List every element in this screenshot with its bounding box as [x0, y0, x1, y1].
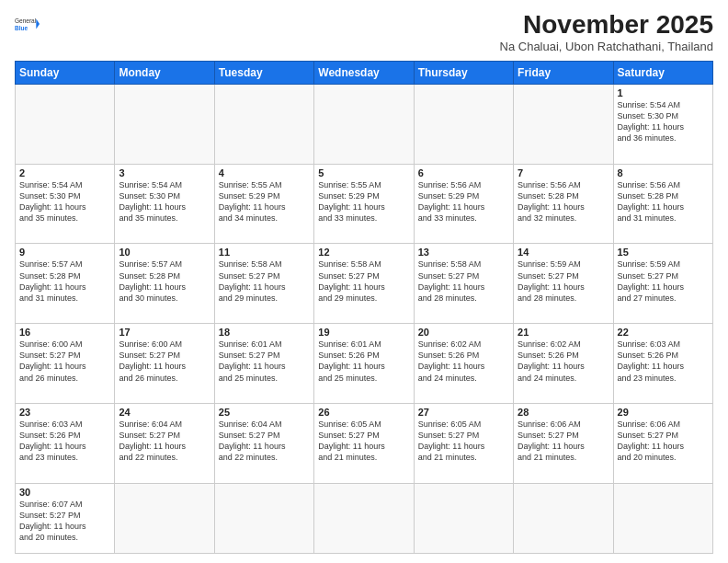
day-number: 16: [19, 327, 110, 338]
svg-text:Blue: Blue: [15, 25, 28, 31]
calendar-cell: 28Sunrise: 6:06 AM Sunset: 5:27 PM Dayli…: [514, 403, 613, 483]
day-number: 20: [418, 327, 509, 338]
calendar-cell: 10Sunrise: 5:57 AM Sunset: 5:28 PM Dayli…: [115, 244, 214, 324]
day-info: Sunrise: 6:00 AM Sunset: 5:27 PM Dayligh…: [119, 339, 210, 384]
calendar-cell: [613, 483, 712, 553]
calendar-cell: [514, 483, 613, 553]
calendar-cell: 12Sunrise: 5:58 AM Sunset: 5:27 PM Dayli…: [314, 244, 414, 324]
svg-text:General: General: [15, 17, 37, 24]
weekday-header-thursday: Thursday: [414, 61, 513, 84]
calendar-cell: 30Sunrise: 6:07 AM Sunset: 5:27 PM Dayli…: [16, 483, 115, 553]
day-number: 22: [618, 327, 709, 338]
calendar-cell: 25Sunrise: 6:04 AM Sunset: 5:27 PM Dayli…: [214, 403, 313, 483]
day-info: Sunrise: 5:56 AM Sunset: 5:28 PM Dayligh…: [518, 179, 609, 224]
day-number: 28: [518, 407, 609, 418]
calendar-cell: 6Sunrise: 5:56 AM Sunset: 5:29 PM Daylig…: [414, 164, 513, 244]
day-info: Sunrise: 6:03 AM Sunset: 5:26 PM Dayligh…: [618, 339, 709, 384]
calendar-cell: 15Sunrise: 5:59 AM Sunset: 5:27 PM Dayli…: [613, 244, 712, 324]
day-number: 4: [219, 167, 310, 178]
calendar-cell: 3Sunrise: 5:54 AM Sunset: 5:30 PM Daylig…: [115, 164, 214, 244]
weekday-header-wednesday: Wednesday: [314, 61, 414, 84]
day-info: Sunrise: 5:58 AM Sunset: 5:27 PM Dayligh…: [418, 259, 509, 304]
day-number: 5: [318, 167, 409, 178]
day-info: Sunrise: 6:01 AM Sunset: 5:27 PM Dayligh…: [219, 339, 310, 384]
day-number: 26: [318, 407, 409, 418]
day-info: Sunrise: 6:05 AM Sunset: 5:27 PM Dayligh…: [418, 419, 509, 464]
day-number: 17: [119, 327, 210, 338]
calendar-cell: 26Sunrise: 6:05 AM Sunset: 5:27 PM Dayli…: [314, 403, 414, 483]
calendar-cell: 5Sunrise: 5:55 AM Sunset: 5:29 PM Daylig…: [314, 164, 414, 244]
day-info: Sunrise: 5:59 AM Sunset: 5:27 PM Dayligh…: [518, 259, 609, 304]
day-info: Sunrise: 5:55 AM Sunset: 5:29 PM Dayligh…: [318, 179, 409, 224]
calendar-cell: 8Sunrise: 5:56 AM Sunset: 5:28 PM Daylig…: [613, 164, 712, 244]
calendar-cell: 23Sunrise: 6:03 AM Sunset: 5:26 PM Dayli…: [16, 403, 115, 483]
calendar-cell: [214, 84, 313, 164]
day-number: 8: [618, 167, 709, 178]
day-info: Sunrise: 6:06 AM Sunset: 5:27 PM Dayligh…: [618, 419, 709, 464]
weekday-header-sunday: Sunday: [16, 61, 115, 84]
calendar-cell: [115, 483, 214, 553]
calendar-cell: 29Sunrise: 6:06 AM Sunset: 5:27 PM Dayli…: [613, 403, 712, 483]
calendar-cell: 9Sunrise: 5:57 AM Sunset: 5:28 PM Daylig…: [16, 244, 115, 324]
day-info: Sunrise: 6:00 AM Sunset: 5:27 PM Dayligh…: [19, 339, 110, 384]
calendar-cell: [115, 84, 214, 164]
day-number: 2: [19, 167, 110, 178]
day-info: Sunrise: 5:57 AM Sunset: 5:28 PM Dayligh…: [19, 259, 110, 304]
day-number: 6: [418, 167, 509, 178]
day-info: Sunrise: 6:06 AM Sunset: 5:27 PM Dayligh…: [518, 419, 609, 464]
weekday-header-tuesday: Tuesday: [214, 61, 313, 84]
day-info: Sunrise: 5:54 AM Sunset: 5:30 PM Dayligh…: [618, 99, 709, 144]
location: Na Chaluai, Ubon Ratchathani, Thailand: [500, 40, 713, 53]
day-number: 21: [518, 327, 609, 338]
weekday-header-monday: Monday: [115, 61, 214, 84]
day-number: 27: [418, 407, 509, 418]
logo: GeneralBlue: [15, 11, 40, 37]
calendar-cell: 27Sunrise: 6:05 AM Sunset: 5:27 PM Dayli…: [414, 403, 513, 483]
day-info: Sunrise: 5:54 AM Sunset: 5:30 PM Dayligh…: [19, 179, 110, 224]
calendar-cell: [16, 84, 115, 164]
day-number: 24: [119, 407, 210, 418]
calendar-cell: [414, 483, 513, 553]
calendar-cell: 24Sunrise: 6:04 AM Sunset: 5:27 PM Dayli…: [115, 403, 214, 483]
calendar-cell: 22Sunrise: 6:03 AM Sunset: 5:26 PM Dayli…: [613, 324, 712, 404]
day-info: Sunrise: 6:01 AM Sunset: 5:26 PM Dayligh…: [318, 339, 409, 384]
day-info: Sunrise: 5:59 AM Sunset: 5:27 PM Dayligh…: [618, 259, 709, 304]
calendar-cell: 13Sunrise: 5:58 AM Sunset: 5:27 PM Dayli…: [414, 244, 513, 324]
weekday-header-saturday: Saturday: [613, 61, 712, 84]
week-row-6: 30Sunrise: 6:07 AM Sunset: 5:27 PM Dayli…: [16, 483, 713, 553]
day-info: Sunrise: 5:57 AM Sunset: 5:28 PM Dayligh…: [119, 259, 210, 304]
day-info: Sunrise: 5:58 AM Sunset: 5:27 PM Dayligh…: [219, 259, 310, 304]
calendar-table: SundayMondayTuesdayWednesdayThursdayFrid…: [15, 61, 713, 554]
day-info: Sunrise: 6:04 AM Sunset: 5:27 PM Dayligh…: [219, 419, 310, 464]
header: GeneralBlue November 2025 Na Chaluai, Ub…: [15, 11, 713, 53]
calendar-cell: 11Sunrise: 5:58 AM Sunset: 5:27 PM Dayli…: [214, 244, 313, 324]
calendar-cell: [214, 483, 313, 553]
calendar-cell: [314, 84, 414, 164]
calendar-cell: 20Sunrise: 6:02 AM Sunset: 5:26 PM Dayli…: [414, 324, 513, 404]
day-number: 13: [418, 247, 509, 258]
weekday-header-row: SundayMondayTuesdayWednesdayThursdayFrid…: [16, 61, 713, 84]
day-number: 19: [318, 327, 409, 338]
day-number: 18: [219, 327, 310, 338]
day-info: Sunrise: 5:56 AM Sunset: 5:28 PM Dayligh…: [618, 179, 709, 224]
week-row-2: 2Sunrise: 5:54 AM Sunset: 5:30 PM Daylig…: [16, 164, 713, 244]
title-section: November 2025 Na Chaluai, Ubon Ratchatha…: [500, 11, 713, 53]
calendar-cell: 7Sunrise: 5:56 AM Sunset: 5:28 PM Daylig…: [514, 164, 613, 244]
calendar-cell: 17Sunrise: 6:00 AM Sunset: 5:27 PM Dayli…: [115, 324, 214, 404]
day-number: 11: [219, 247, 310, 258]
day-number: 29: [618, 407, 709, 418]
day-number: 30: [19, 487, 110, 498]
day-info: Sunrise: 6:02 AM Sunset: 5:26 PM Dayligh…: [418, 339, 509, 384]
svg-marker-2: [36, 18, 40, 29]
day-number: 14: [518, 247, 609, 258]
weekday-header-friday: Friday: [514, 61, 613, 84]
calendar-cell: [514, 84, 613, 164]
day-number: 23: [19, 407, 110, 418]
day-number: 1: [618, 87, 709, 98]
calendar-cell: 21Sunrise: 6:02 AM Sunset: 5:26 PM Dayli…: [514, 324, 613, 404]
day-number: 3: [119, 167, 210, 178]
page: GeneralBlue November 2025 Na Chaluai, Ub…: [0, 0, 728, 563]
day-info: Sunrise: 5:54 AM Sunset: 5:30 PM Dayligh…: [119, 179, 210, 224]
day-info: Sunrise: 6:07 AM Sunset: 5:27 PM Dayligh…: [19, 499, 110, 544]
day-info: Sunrise: 6:02 AM Sunset: 5:26 PM Dayligh…: [518, 339, 609, 384]
